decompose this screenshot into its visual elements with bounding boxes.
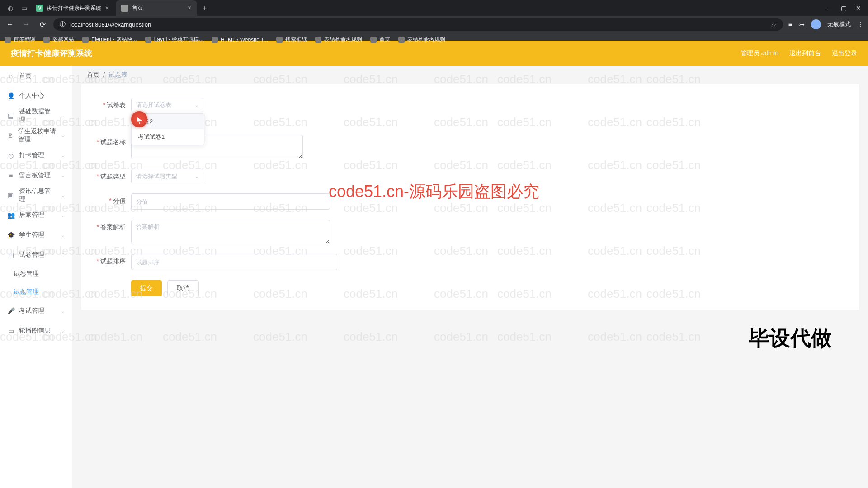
chevron-down-icon: ⌄ (61, 113, 65, 118)
sidebar-item-student[interactable]: 🎓学生管理⌄ (0, 225, 72, 245)
image-icon: ▭ (7, 327, 14, 334)
input-score[interactable] (131, 193, 330, 210)
select-paper[interactable]: 请选择试卷表 ⌄ 试卷2 考试试卷1 (131, 98, 203, 112)
bookmark-item[interactable]: 首页 (370, 36, 390, 43)
breadcrumb-current: 试题表 (108, 71, 127, 79)
chevron-down-icon: ⌄ (61, 133, 65, 138)
doc-icon: 🗎 (7, 132, 14, 139)
sidebar-item-exam[interactable]: 🎤考试管理⌄ (0, 301, 72, 321)
sidebar-item-paper[interactable]: ▤试卷管理⌃ (0, 245, 72, 265)
url-text: localhost:8081/#/examquestion (70, 21, 151, 28)
chevron-down-icon: ⌄ (61, 153, 65, 158)
clock-icon: ◷ (7, 152, 14, 159)
bookmark-icon (43, 37, 50, 43)
chevron-down-icon: ⌄ (61, 213, 65, 218)
header-user[interactable]: 管理员 admin (741, 49, 778, 57)
sidebar-item-board[interactable]: ≡留言板管理⌄ (0, 165, 72, 185)
bookmark-icon (315, 37, 321, 43)
sidebar-item-home-mgmt[interactable]: 👥居家管理⌄ (0, 205, 72, 225)
reload-icon[interactable]: ⟳ (37, 20, 48, 29)
bookmark-icon (212, 37, 218, 43)
list-icon: ≡ (7, 172, 14, 179)
bookmark-item[interactable]: 表结构命名规则 (398, 36, 445, 43)
sidebar-item-basedata[interactable]: ▦基础数据管理⌄ (0, 106, 72, 126)
menu-icon[interactable]: ⋮ (857, 21, 863, 28)
maximize-icon[interactable]: ▢ (841, 5, 847, 12)
input-order[interactable] (131, 254, 337, 270)
dropdown-option[interactable]: 考试试卷1 (132, 129, 204, 145)
select-question-type[interactable]: 请选择试题类型 ⌄ (131, 169, 203, 183)
user-icon: 👤 (7, 92, 14, 99)
sidebar-sub-question-mgmt[interactable]: 试题管理 (0, 283, 72, 301)
breadcrumb-home[interactable]: 首页 (87, 71, 99, 79)
browser-tab[interactable]: 首页 ✕ (116, 0, 197, 16)
bookmark-item[interactable]: Element - 网站快... (82, 36, 137, 43)
chevron-down-icon: ⌄ (61, 193, 65, 198)
browser-tab-active[interactable]: V 疫情打卡健康评测系统 ✕ (31, 0, 115, 16)
chevron-down-icon: ⌄ (61, 309, 65, 314)
paper-icon: ▤ (7, 251, 14, 258)
mic-icon: 🎤 (7, 307, 14, 314)
sidebar-item-return[interactable]: 🗎学生返校申请管理⌄ (0, 126, 72, 145)
submit-button[interactable]: 提交 (131, 280, 162, 296)
browser-chrome: ◐ ▭ V 疫情打卡健康评测系统 ✕ 首页 ✕ + — ▢ ✕ ← → ⟳ ⓘ … (0, 0, 868, 41)
minimize-icon[interactable]: — (826, 5, 832, 12)
header-logout[interactable]: 退出登录 (832, 49, 857, 57)
bookmark-item[interactable]: 表结构命名规则 (315, 36, 362, 43)
tab-history-icon[interactable]: ◐ (4, 1, 17, 15)
tab-pin-icon[interactable]: ▭ (17, 1, 31, 15)
bookmark-item[interactable]: 搜索壁纸 (276, 36, 307, 43)
breadcrumb: 首页 / 试题表 (72, 66, 868, 84)
textarea-analysis[interactable] (131, 220, 330, 244)
profile-label: 无痕模式 (827, 20, 851, 28)
url-input[interactable]: ⓘ localhost:8081/#/examquestion ☆ (53, 18, 783, 31)
sidebar-sub-paper-mgmt[interactable]: 试卷管理 (0, 265, 72, 283)
tab-close-icon[interactable]: ✕ (187, 5, 192, 11)
bookmark-icon (5, 37, 11, 43)
info-icon[interactable]: ⓘ (60, 20, 66, 28)
header-back[interactable]: 退出到前台 (789, 49, 821, 57)
form-panel: *试卷表 请选择试卷表 ⌄ 试卷2 考试试卷1 *试题名称 *试题类型 请选择试… (81, 84, 859, 310)
new-tab-button[interactable]: + (198, 4, 211, 12)
grad-icon: 🎓 (7, 231, 14, 239)
chevron-down-icon: ⌄ (61, 328, 65, 333)
sidebar-item-news[interactable]: ▣资讯信息管理⌄ (0, 185, 72, 205)
bookmark-icon (370, 37, 377, 43)
app-title: 疫情打卡健康评测系统 (11, 48, 92, 59)
key-icon[interactable]: ⊶ (798, 21, 805, 28)
chevron-down-icon: ⌄ (61, 233, 65, 238)
bookmark-item[interactable]: Layui - 经典开源模... (145, 36, 203, 43)
back-icon[interactable]: ← (5, 20, 15, 28)
label-question-type: *试题类型 (90, 169, 131, 183)
vue-favicon-icon: V (36, 5, 43, 12)
grid-icon: ▦ (7, 112, 14, 119)
incognito-avatar-icon[interactable] (811, 19, 821, 29)
bookmark-item[interactable]: 图标网站 (43, 36, 74, 43)
breadcrumb-sep: / (103, 71, 105, 79)
main-content: 首页 / 试题表 *试卷表 请选择试卷表 ⌄ 试卷2 考试试卷1 *试题名称 (72, 66, 868, 488)
book-icon: ▣ (7, 192, 14, 199)
favicon-icon (121, 5, 128, 12)
tab-title: 首页 (132, 5, 143, 12)
chevron-down-icon: ⌄ (61, 173, 65, 178)
sidebar-item-home[interactable]: ⌂首页 (0, 66, 72, 86)
chevron-down-icon: ⌄ (195, 174, 198, 179)
bookmark-item[interactable]: 百度翻译 (5, 36, 35, 43)
chevron-up-icon: ⌃ (61, 253, 65, 258)
home-icon: ⌂ (7, 72, 14, 80)
bookmark-item[interactable]: HTML5 Website T... (212, 37, 268, 43)
click-indicator-icon (131, 111, 147, 127)
bookmark-icon (276, 37, 283, 43)
people-icon: 👥 (7, 211, 14, 219)
sidebar-item-profile[interactable]: 👤个人中心 (0, 86, 72, 106)
sidebar-item-checkin[interactable]: ◷打卡管理⌄ (0, 145, 72, 165)
sidebar-item-carousel[interactable]: ▭轮播图信息⌄ (0, 321, 72, 341)
extensions-icon[interactable]: ≡ (788, 21, 792, 28)
app-header: 疫情打卡健康评测系统 管理员 admin 退出到前台 退出登录 (0, 41, 868, 66)
window-controls: — ▢ ✕ (826, 5, 868, 12)
tab-close-icon[interactable]: ✕ (105, 5, 109, 11)
close-icon[interactable]: ✕ (856, 5, 861, 12)
cancel-button[interactable]: 取消 (167, 280, 199, 296)
star-icon[interactable]: ☆ (771, 21, 777, 28)
label-paper: *试卷表 (90, 98, 131, 112)
